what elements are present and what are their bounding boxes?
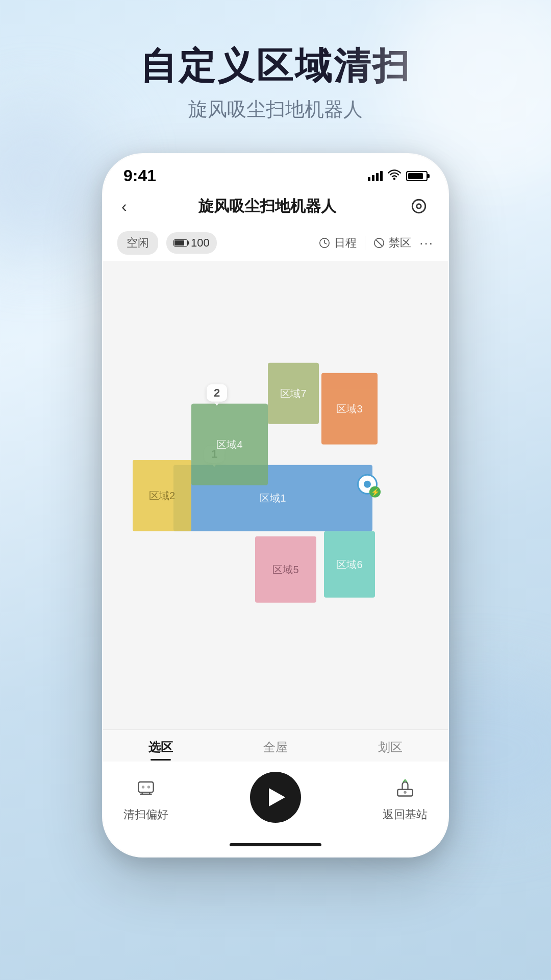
tab-zone[interactable]: 划区 [333, 739, 448, 755]
battery-value: 100 [191, 236, 210, 250]
zone-2[interactable]: 区域2 [133, 460, 191, 531]
svg-point-9 [404, 791, 407, 794]
forbid-button[interactable]: 禁区 [373, 235, 411, 251]
schedule-label: 日程 [334, 235, 357, 251]
home-bar [230, 843, 321, 846]
action-bar: 清扫偏好 返回基站 [103, 762, 448, 838]
zone-5[interactable]: 区域5 [255, 536, 316, 603]
tab-select[interactable]: 选区 [103, 739, 218, 755]
toolbar: 空闲 100 日程 [103, 225, 448, 261]
more-button[interactable]: ··· [419, 235, 434, 251]
return-base-button[interactable]: 返回基站 [383, 772, 428, 822]
zone-6[interactable]: 区域6 [324, 531, 375, 598]
schedule-button[interactable]: 日程 [319, 235, 357, 251]
wifi-icon [388, 169, 401, 183]
svg-point-6 [142, 786, 145, 789]
map-area[interactable]: 1 区域1 区域2 区域3 [103, 261, 448, 729]
svg-rect-5 [138, 782, 153, 792]
svg-point-0 [412, 200, 425, 213]
nav-bar: ‹ 旋风吸尘扫地机器人 [103, 190, 448, 225]
zone-7[interactable]: 区域7 [268, 363, 319, 424]
home-indicator [103, 838, 448, 856]
battery-icon [406, 171, 428, 181]
bottom-tabs: 选区 全屋 划区 [103, 729, 448, 762]
robot-icon: ⚡ [357, 474, 380, 497]
map-canvas: 1 区域1 区域2 区域3 [133, 363, 418, 639]
settings-button[interactable] [408, 195, 430, 217]
return-base-label: 返回基站 [383, 807, 428, 822]
status-icons [368, 169, 428, 183]
phone-mockup: 9:41 [102, 153, 449, 857]
status-time: 9:41 [123, 166, 156, 185]
svg-point-7 [147, 786, 151, 789]
clean-prefs-label: 清扫偏好 [123, 807, 168, 822]
play-button[interactable] [250, 772, 301, 823]
battery-badge: 100 [166, 232, 217, 254]
svg-line-4 [376, 240, 383, 247]
status-bar: 9:41 [103, 154, 448, 190]
clean-prefs-button[interactable]: 清扫偏好 [123, 772, 168, 822]
tab-full[interactable]: 全屋 [218, 739, 333, 755]
zone-4[interactable]: 2 区域4 [191, 404, 268, 485]
forbid-label: 禁区 [389, 235, 411, 251]
zone-3[interactable]: 区域3 [321, 373, 378, 445]
signal-icon [368, 171, 383, 181]
back-button[interactable]: ‹ [121, 197, 127, 216]
idle-badge: 空闲 [117, 231, 158, 255]
svg-point-1 [417, 204, 421, 209]
nav-title: 旋风吸尘扫地机器人 [198, 196, 336, 217]
